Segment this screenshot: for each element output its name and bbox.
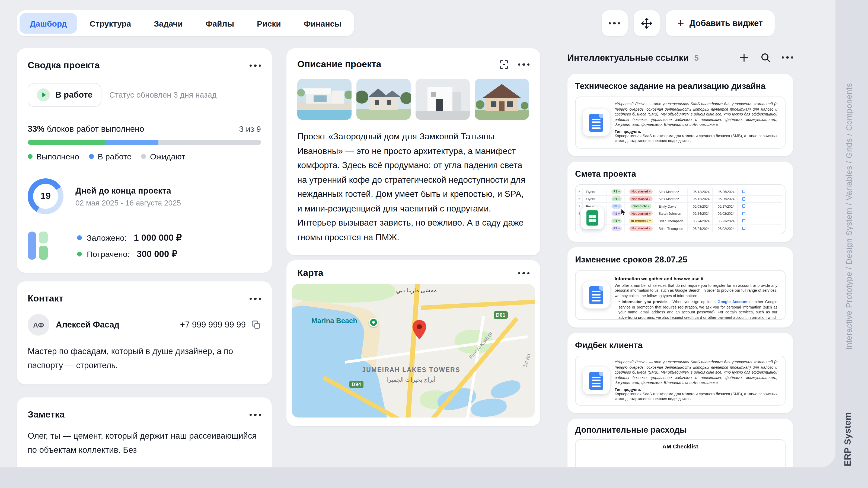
progress-segment-inwork bbox=[105, 140, 158, 145]
sheet-row-num: 7 bbox=[577, 203, 583, 209]
photo-classic-house[interactable] bbox=[475, 78, 529, 120]
progress-bar bbox=[28, 140, 261, 145]
budget-dot-planned bbox=[77, 235, 82, 240]
sheet-cell-date: 06/02/2024 bbox=[715, 225, 738, 232]
tab-dashboard[interactable]: Дашборд bbox=[20, 13, 77, 34]
budget-bar-spent-bottom bbox=[39, 246, 48, 260]
link-card-extra-costs[interactable]: Дополнительные расходы AM Checklist bbox=[567, 419, 793, 467]
note-text: Олег, ты — цемент, который держит наш ра… bbox=[28, 429, 261, 457]
expand-button[interactable] bbox=[498, 59, 509, 70]
tab-tasks[interactable]: Задачи bbox=[144, 13, 193, 34]
google-docs-icon bbox=[583, 282, 610, 308]
contact-card: Контакт АФ Алексей Фасад +7 999 999 99 9… bbox=[17, 282, 272, 384]
sheet-cell-date: 05/17/2024 bbox=[715, 203, 738, 209]
budget-bar-chart bbox=[28, 231, 48, 260]
map-label-marina-walk-ar: ممشى مارينا دبي bbox=[396, 287, 437, 293]
add-link-button[interactable] bbox=[739, 52, 749, 63]
link-title: Изменение сроков 28.07.25 bbox=[575, 255, 785, 265]
sheet-cell-date: 05/25/2024 bbox=[715, 188, 738, 195]
legend-inwork: В работе bbox=[98, 152, 131, 161]
progress-percent: 33% bbox=[28, 124, 44, 134]
sheet-cell-date: 05/03/2024 bbox=[690, 203, 713, 209]
photo-family-house[interactable] bbox=[356, 78, 411, 120]
map-lake bbox=[489, 378, 522, 401]
plus-icon: + bbox=[677, 17, 684, 29]
plus-icon bbox=[739, 52, 749, 63]
sheet-checkbox-icon bbox=[742, 227, 745, 230]
add-widget-label: Добавить виджет bbox=[689, 19, 763, 28]
photo-white-cube-house[interactable] bbox=[415, 78, 470, 120]
map-label-marina-beach: Marina Beach bbox=[311, 317, 357, 325]
privacy-heading: Information we gather and how we use it bbox=[615, 276, 777, 282]
google-sheets-icon bbox=[581, 206, 604, 229]
doc-preview: Information we gather and how we use it … bbox=[575, 270, 785, 320]
map-canvas[interactable]: ممشى مارينا دبي Marina Beach D61 D94 JUM… bbox=[292, 284, 535, 418]
contact-phone: +7 999 999 99 99 bbox=[180, 320, 246, 330]
copy-phone-button[interactable] bbox=[251, 320, 261, 330]
smart-links-count: 5 bbox=[694, 53, 699, 62]
sheet-row-num: 5 bbox=[577, 188, 583, 195]
map-pin-icon[interactable] bbox=[412, 320, 426, 339]
move-widgets-button[interactable] bbox=[633, 10, 659, 36]
top-actions: + Добавить виджет bbox=[601, 10, 775, 36]
sheet-cell-owner: Emily Davis bbox=[657, 203, 688, 209]
dashboard-stage: Дашборд Структура Задачи Файлы Риски Фин… bbox=[0, 0, 868, 488]
smart-links-title: Интеллектуальные ссылки bbox=[567, 52, 689, 63]
map-label-1st-rd: 1st Rd bbox=[522, 353, 531, 368]
avatar: АФ bbox=[28, 314, 50, 336]
beach-marker-icon[interactable] bbox=[369, 318, 378, 327]
description-text: Проект «Загородный дом для Замковой Тать… bbox=[297, 130, 529, 245]
sheet-cell-owner: Alex Martinez bbox=[657, 188, 688, 195]
budget-bar-planned bbox=[28, 231, 36, 260]
link-card-tech-spec[interactable]: Техническое задание на реализацию дизайн… bbox=[567, 74, 793, 156]
photo-modern-villa[interactable] bbox=[297, 78, 351, 120]
privacy-bullet: • Information you provide – When you sig… bbox=[615, 300, 777, 320]
map-title: Карта bbox=[297, 268, 323, 279]
link-card-client-feedback[interactable]: Фидбек клиента «Управляй Легко» — это ун… bbox=[567, 333, 793, 413]
status-dropdown[interactable]: В работе bbox=[28, 83, 102, 107]
sheet-cell-date: 05/23/2024 bbox=[715, 218, 738, 224]
map-label-district-ar: أبراج بحيرات الجميرا bbox=[373, 376, 449, 383]
link-card-estimate[interactable]: Смета проекта 5 Flyers P1▾ Not started▾ … bbox=[567, 162, 793, 242]
link-title: Дополнительные расходы bbox=[575, 425, 785, 435]
link-title: Техническое задание на реализацию дизайн… bbox=[575, 82, 785, 91]
card-menu-button[interactable] bbox=[249, 414, 261, 416]
route-badge-d61: D61 bbox=[494, 311, 508, 319]
tab-finance[interactable]: Финансы bbox=[293, 13, 352, 34]
search-links-button[interactable] bbox=[760, 52, 771, 63]
doc-preview-text: «Управляй Легко» — это универсальная Saa… bbox=[615, 102, 777, 127]
legend-dot-done bbox=[28, 154, 33, 159]
topbar-more-button[interactable] bbox=[601, 10, 627, 36]
checklist-title: AM Checklist bbox=[662, 443, 698, 467]
sheet-cell-date: 05/24/2024 bbox=[690, 210, 713, 217]
tab-structure[interactable]: Структура bbox=[80, 13, 142, 34]
links-menu-button[interactable] bbox=[781, 56, 793, 59]
canvas-breadcrumb-path: Interactive Prototype / Design System / … bbox=[844, 24, 854, 350]
budget-spent-label: Потрачено: bbox=[87, 249, 130, 258]
progress-segment-done bbox=[28, 140, 105, 145]
sheet-checkbox-icon bbox=[742, 212, 745, 215]
sheet-cell-date: 05/24/2024 bbox=[690, 218, 713, 224]
card-menu-button[interactable] bbox=[518, 63, 529, 66]
link-card-schedule-change[interactable]: Изменение сроков 28.07.25 Information we… bbox=[567, 247, 793, 327]
card-menu-button[interactable] bbox=[249, 65, 261, 67]
sheet-row-num: 6 bbox=[577, 195, 583, 202]
photo-strip bbox=[297, 78, 529, 120]
legend-done: Выполнено bbox=[36, 152, 79, 161]
doc-preview-type-label: Тип продукта: bbox=[615, 387, 777, 391]
card-menu-button[interactable] bbox=[518, 272, 529, 274]
map-label-district: JUMEIRAH LAKES TOWERS bbox=[357, 366, 465, 373]
sheet-preview: 5 Flyers P1▾ Not started▾ Alex Martinez … bbox=[575, 184, 785, 234]
more-icon bbox=[609, 22, 620, 25]
tab-risks[interactable]: Риски bbox=[247, 13, 291, 34]
sheet-checkbox-icon bbox=[742, 219, 745, 223]
card-menu-button[interactable] bbox=[249, 298, 261, 300]
summary-title: Сводка проекта bbox=[28, 60, 100, 71]
doc-preview-type-text: Корпоративная SaaS-платформа для малого … bbox=[615, 133, 777, 143]
sheet-cell-task: Flyers bbox=[585, 188, 607, 195]
search-icon bbox=[760, 52, 771, 63]
legend-waiting: Ожидают bbox=[150, 152, 185, 161]
add-widget-button[interactable]: + Добавить виджет bbox=[665, 10, 775, 36]
tab-files[interactable]: Файлы bbox=[195, 13, 244, 34]
link-title: Смета проекта bbox=[575, 169, 785, 179]
